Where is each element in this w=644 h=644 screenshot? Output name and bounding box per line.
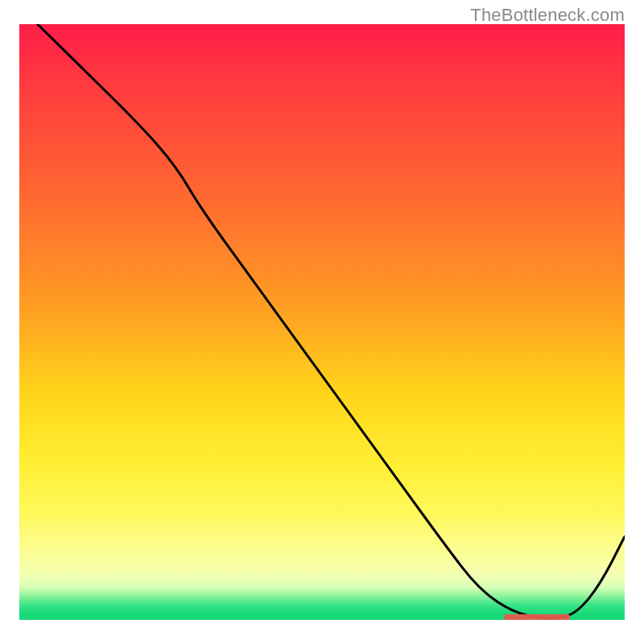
chart-stage: TheBottleneck.com (0, 0, 644, 644)
bottleneck-curve (19, 24, 625, 620)
trough-marker (504, 614, 571, 620)
curve-path (38, 24, 625, 618)
watermark-text: TheBottleneck.com (470, 5, 625, 26)
plot-area (19, 24, 625, 620)
